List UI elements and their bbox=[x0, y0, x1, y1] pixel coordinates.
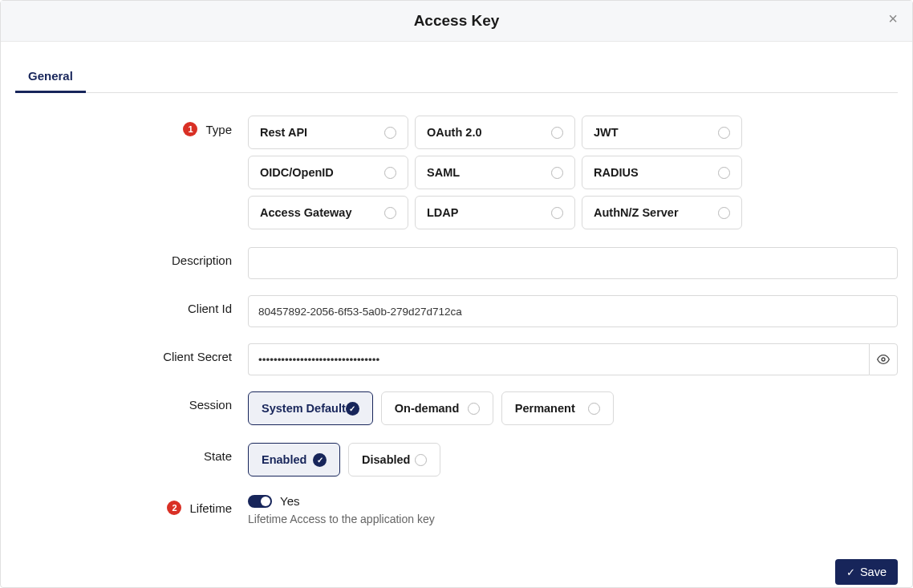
access-key-modal: Access Key × General 1 Type Rest API bbox=[0, 0, 913, 588]
radio-icon bbox=[384, 167, 396, 179]
type-option-ldap[interactable]: LDAP bbox=[415, 196, 575, 229]
check-icon: ✓ bbox=[313, 453, 327, 467]
lifetime-toggle-text: Yes bbox=[280, 494, 299, 508]
reveal-secret-button[interactable] bbox=[869, 343, 898, 375]
close-icon[interactable]: × bbox=[888, 10, 898, 26]
radio-icon bbox=[384, 207, 396, 219]
type-option-label: Rest API bbox=[260, 126, 307, 139]
type-option-jwt[interactable]: JWT bbox=[582, 116, 742, 149]
modal-header: Access Key × bbox=[1, 1, 912, 42]
badge-1: 1 bbox=[183, 122, 197, 136]
radio-icon bbox=[718, 127, 730, 139]
session-options: System Default ✓ On-demand Permanent bbox=[248, 391, 898, 425]
label-client-secret: Client Secret bbox=[15, 343, 248, 363]
state-option-label: Disabled bbox=[362, 453, 410, 466]
type-option-label: OIDC/OpenID bbox=[260, 166, 334, 179]
control-session: System Default ✓ On-demand Permanent bbox=[248, 391, 898, 425]
state-option-label: Enabled bbox=[262, 453, 306, 466]
control-client-secret bbox=[248, 343, 898, 375]
save-button-label: Save bbox=[860, 566, 887, 578]
label-lifetime-text: Lifetime bbox=[189, 501, 232, 515]
client-id-input[interactable] bbox=[248, 295, 898, 327]
radio-icon bbox=[718, 167, 730, 179]
control-lifetime: Yes Lifetime Access to the application k… bbox=[248, 494, 898, 525]
label-description: Description bbox=[15, 247, 248, 267]
row-session: Session System Default ✓ On-demand bbox=[15, 391, 898, 425]
lifetime-toggle-line: Yes bbox=[248, 494, 898, 508]
eye-icon bbox=[877, 353, 890, 366]
label-state-text: State bbox=[204, 449, 232, 463]
label-client-secret-text: Client Secret bbox=[163, 350, 232, 363]
tab-general[interactable]: General bbox=[15, 61, 86, 93]
radio-icon bbox=[468, 403, 480, 415]
state-option-disabled[interactable]: Disabled bbox=[348, 443, 440, 476]
label-state: State bbox=[15, 443, 248, 463]
radio-icon bbox=[718, 207, 730, 219]
type-options-grid: Rest API OAuth 2.0 JWT OIDC/OpenID bbox=[248, 116, 898, 229]
form: 1 Type Rest API OAuth 2.0 bbox=[15, 93, 898, 543]
control-state: Enabled ✓ Disabled bbox=[248, 443, 898, 476]
state-option-enabled[interactable]: Enabled ✓ bbox=[248, 443, 340, 476]
type-option-oidc[interactable]: OIDC/OpenID bbox=[248, 156, 408, 189]
label-client-id: Client Id bbox=[15, 295, 248, 315]
row-client-secret: Client Secret bbox=[15, 343, 898, 375]
type-option-label: AuthN/Z Server bbox=[594, 206, 679, 219]
radio-icon bbox=[384, 127, 396, 139]
session-option-label: Permanent bbox=[515, 402, 575, 415]
label-type: 1 Type bbox=[15, 116, 248, 136]
check-icon: ✓ bbox=[346, 402, 359, 416]
radio-icon bbox=[551, 167, 563, 179]
lifetime-toggle[interactable] bbox=[248, 495, 272, 508]
row-description: Description bbox=[15, 247, 898, 279]
type-option-oauth[interactable]: OAuth 2.0 bbox=[415, 116, 575, 149]
session-option-permanent[interactable]: Permanent bbox=[501, 391, 614, 425]
type-option-label: Access Gateway bbox=[260, 206, 351, 219]
session-option-label: System Default bbox=[262, 402, 346, 415]
modal-title: Access Key bbox=[17, 12, 896, 30]
control-type: Rest API OAuth 2.0 JWT OIDC/OpenID bbox=[248, 116, 898, 229]
modal-body: General 1 Type Rest API OAuth 2.0 bbox=[1, 42, 912, 587]
check-icon: ✓ bbox=[846, 566, 855, 578]
label-session: Session bbox=[15, 391, 248, 412]
type-option-label: SAML bbox=[427, 166, 460, 179]
lifetime-help-text: Lifetime Access to the application key bbox=[248, 513, 898, 525]
modal-footer: ✓ Save bbox=[15, 543, 898, 585]
row-lifetime: 2 Lifetime Yes Lifetime Access to the ap… bbox=[15, 494, 898, 525]
type-option-label: JWT bbox=[594, 126, 619, 139]
session-option-label: On-demand bbox=[395, 402, 460, 415]
row-client-id: Client Id bbox=[15, 295, 898, 327]
control-client-id bbox=[248, 295, 898, 327]
control-description bbox=[248, 247, 898, 279]
state-options: Enabled ✓ Disabled bbox=[248, 443, 898, 476]
type-option-label: LDAP bbox=[427, 206, 458, 219]
description-input[interactable] bbox=[248, 247, 898, 279]
client-secret-input[interactable] bbox=[248, 343, 869, 375]
label-lifetime: 2 Lifetime bbox=[15, 494, 248, 515]
label-session-text: Session bbox=[189, 398, 232, 412]
label-type-text: Type bbox=[205, 123, 232, 136]
type-option-label: OAuth 2.0 bbox=[427, 126, 481, 139]
svg-point-0 bbox=[882, 358, 885, 361]
session-option-on-demand[interactable]: On-demand bbox=[381, 391, 493, 425]
label-description-text: Description bbox=[172, 253, 232, 267]
radio-icon bbox=[415, 454, 427, 466]
session-option-system-default[interactable]: System Default ✓ bbox=[248, 391, 373, 425]
type-option-radius[interactable]: RADIUS bbox=[582, 156, 742, 189]
save-button[interactable]: ✓ Save bbox=[835, 559, 898, 585]
badge-2: 2 bbox=[167, 501, 181, 515]
type-option-label: RADIUS bbox=[594, 166, 639, 179]
radio-icon bbox=[588, 403, 600, 415]
tab-bar: General bbox=[15, 61, 898, 93]
label-client-id-text: Client Id bbox=[188, 302, 232, 315]
row-state: State Enabled ✓ Disabled bbox=[15, 443, 898, 476]
radio-icon bbox=[551, 127, 563, 139]
radio-icon bbox=[551, 207, 563, 219]
type-option-authnz[interactable]: AuthN/Z Server bbox=[582, 196, 742, 229]
row-type: 1 Type Rest API OAuth 2.0 bbox=[15, 116, 898, 229]
type-option-saml[interactable]: SAML bbox=[415, 156, 575, 189]
type-option-access-gateway[interactable]: Access Gateway bbox=[248, 196, 408, 229]
type-option-rest-api[interactable]: Rest API bbox=[248, 116, 408, 149]
